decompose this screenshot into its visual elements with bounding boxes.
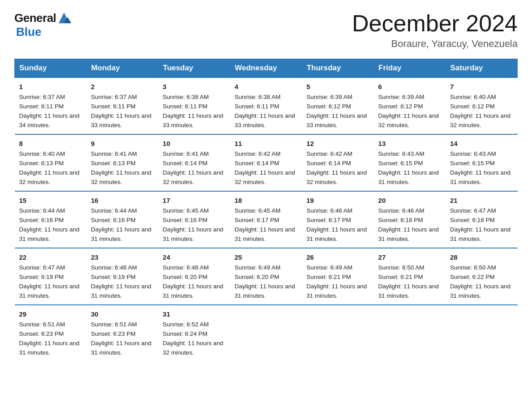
day-number: 12 [306, 138, 369, 149]
day-number: 16 [91, 195, 154, 206]
calendar-cell: 29Sunrise: 6:51 AMSunset: 6:23 PMDayligh… [15, 305, 86, 361]
day-number: 24 [163, 252, 225, 262]
calendar-cell: 30Sunrise: 6:51 AMSunset: 6:23 PMDayligh… [86, 305, 158, 361]
day-number: 10 [163, 138, 225, 149]
header-day-saturday: Saturday [446, 59, 517, 78]
calendar-cell [302, 305, 373, 361]
header-day-tuesday: Tuesday [158, 59, 230, 78]
calendar-cell: 20Sunrise: 6:46 AMSunset: 6:18 PMDayligh… [374, 191, 446, 248]
calendar-cell: 26Sunrise: 6:49 AMSunset: 6:21 PMDayligh… [302, 248, 373, 305]
day-number: 3 [163, 81, 225, 92]
calendar-cell: 27Sunrise: 6:50 AMSunset: 6:21 PMDayligh… [374, 248, 446, 305]
header-day-monday: Monday [86, 59, 158, 78]
day-number: 15 [19, 195, 82, 206]
header-day-thursday: Thursday [302, 59, 373, 78]
calendar-cell: 2Sunrise: 6:37 AMSunset: 6:11 PMDaylight… [86, 77, 158, 134]
calendar-cell: 21Sunrise: 6:47 AMSunset: 6:18 PMDayligh… [446, 191, 517, 248]
logo: General Blue [14, 11, 72, 39]
calendar-cell: 8Sunrise: 6:40 AMSunset: 6:13 PMDaylight… [15, 134, 86, 191]
calendar-cell: 14Sunrise: 6:43 AMSunset: 6:15 PMDayligh… [446, 134, 517, 191]
day-number: 4 [235, 81, 297, 92]
calendar-cell: 12Sunrise: 6:42 AMSunset: 6:14 PMDayligh… [302, 134, 373, 191]
calendar-cell: 28Sunrise: 6:50 AMSunset: 6:22 PMDayligh… [446, 248, 517, 305]
calendar-cell: 19Sunrise: 6:46 AMSunset: 6:17 PMDayligh… [302, 191, 373, 248]
calendar-cell: 23Sunrise: 6:48 AMSunset: 6:19 PMDayligh… [86, 248, 158, 305]
header-day-friday: Friday [374, 59, 446, 78]
day-number: 13 [378, 138, 441, 149]
calendar-week-row: 29Sunrise: 6:51 AMSunset: 6:23 PMDayligh… [15, 305, 518, 361]
day-number: 5 [306, 81, 369, 92]
day-number: 29 [19, 309, 82, 319]
calendar-cell [446, 305, 517, 361]
calendar-week-row: 1Sunrise: 6:37 AMSunset: 6:11 PMDaylight… [15, 77, 518, 134]
day-number: 9 [91, 138, 154, 149]
calendar-title: December 2024 [352, 11, 518, 36]
calendar-cell: 24Sunrise: 6:48 AMSunset: 6:20 PMDayligh… [158, 248, 230, 305]
day-number: 1 [19, 81, 82, 92]
calendar-cell: 5Sunrise: 6:39 AMSunset: 6:12 PMDaylight… [302, 77, 373, 134]
calendar-cell: 11Sunrise: 6:42 AMSunset: 6:14 PMDayligh… [230, 134, 302, 191]
day-number: 11 [235, 138, 297, 149]
calendar-cell [374, 305, 446, 361]
calendar-header-row: SundayMondayTuesdayWednesdayThursdayFrid… [15, 59, 518, 78]
day-number: 14 [450, 138, 513, 149]
day-number: 23 [91, 252, 154, 262]
calendar-table: SundayMondayTuesdayWednesdayThursdayFrid… [14, 59, 518, 361]
calendar-cell: 3Sunrise: 6:38 AMSunset: 6:11 PMDaylight… [158, 77, 230, 134]
calendar-cell: 6Sunrise: 6:39 AMSunset: 6:12 PMDaylight… [374, 77, 446, 134]
day-number: 21 [450, 195, 513, 206]
calendar-title-section: December 2024 Boraure, Yaracuy, Venezuel… [352, 11, 518, 50]
calendar-cell: 25Sunrise: 6:49 AMSunset: 6:20 PMDayligh… [230, 248, 302, 305]
calendar-subtitle: Boraure, Yaracuy, Venezuela [352, 38, 518, 50]
day-number: 2 [91, 81, 154, 92]
day-number: 22 [19, 252, 82, 262]
logo-icon [57, 11, 71, 25]
calendar-cell: 1Sunrise: 6:37 AMSunset: 6:11 PMDaylight… [15, 77, 86, 134]
day-number: 28 [450, 252, 513, 262]
calendar-cell: 16Sunrise: 6:44 AMSunset: 6:16 PMDayligh… [86, 191, 158, 248]
calendar-cell: 13Sunrise: 6:43 AMSunset: 6:15 PMDayligh… [374, 134, 446, 191]
day-number: 26 [306, 252, 369, 262]
day-number: 6 [378, 81, 441, 92]
calendar-cell: 17Sunrise: 6:45 AMSunset: 6:16 PMDayligh… [158, 191, 230, 248]
day-number: 27 [378, 252, 441, 262]
page-header: General Blue December 2024 Boraure, Yara… [14, 11, 518, 50]
calendar-cell: 31Sunrise: 6:52 AMSunset: 6:24 PMDayligh… [158, 305, 230, 361]
calendar-cell [230, 305, 302, 361]
calendar-cell: 7Sunrise: 6:40 AMSunset: 6:12 PMDaylight… [446, 77, 517, 134]
header-day-sunday: Sunday [15, 59, 86, 78]
logo-blue-text: Blue [16, 25, 41, 39]
logo-general-text: General [14, 11, 56, 25]
day-number: 25 [235, 252, 297, 262]
day-number: 18 [235, 195, 297, 206]
calendar-week-row: 8Sunrise: 6:40 AMSunset: 6:13 PMDaylight… [15, 134, 518, 191]
calendar-cell: 9Sunrise: 6:41 AMSunset: 6:13 PMDaylight… [86, 134, 158, 191]
calendar-cell: 22Sunrise: 6:47 AMSunset: 6:19 PMDayligh… [15, 248, 86, 305]
header-day-wednesday: Wednesday [230, 59, 302, 78]
calendar-cell: 18Sunrise: 6:45 AMSunset: 6:17 PMDayligh… [230, 191, 302, 248]
day-number: 7 [450, 81, 513, 92]
calendar-cell: 15Sunrise: 6:44 AMSunset: 6:16 PMDayligh… [15, 191, 86, 248]
day-number: 19 [306, 195, 369, 206]
day-number: 17 [163, 195, 225, 206]
day-number: 8 [19, 138, 82, 149]
calendar-week-row: 15Sunrise: 6:44 AMSunset: 6:16 PMDayligh… [15, 191, 518, 248]
day-number: 30 [91, 309, 154, 319]
calendar-week-row: 22Sunrise: 6:47 AMSunset: 6:19 PMDayligh… [15, 248, 518, 305]
day-number: 20 [378, 195, 441, 206]
calendar-cell: 4Sunrise: 6:38 AMSunset: 6:11 PMDaylight… [230, 77, 302, 134]
calendar-cell: 10Sunrise: 6:41 AMSunset: 6:14 PMDayligh… [158, 134, 230, 191]
day-number: 31 [163, 309, 225, 319]
